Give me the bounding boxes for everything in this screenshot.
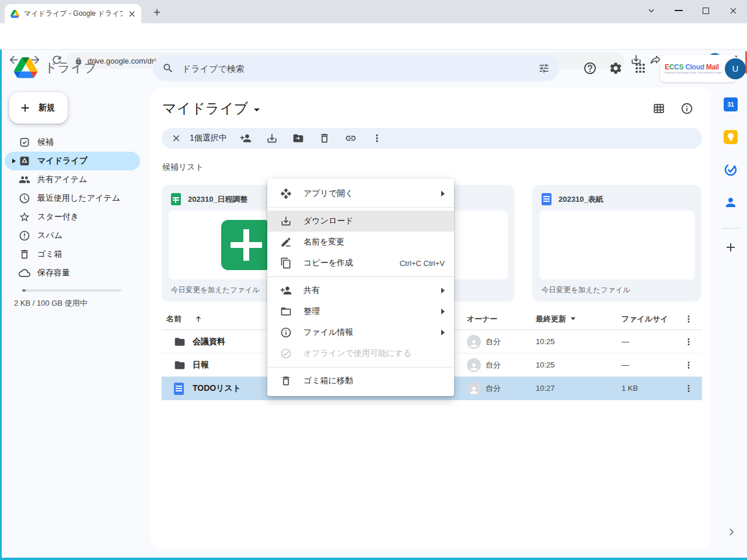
sort-ascending-icon[interactable] — [194, 315, 203, 323]
trash-icon — [280, 375, 292, 387]
row-more-icon[interactable] — [683, 383, 694, 394]
column-name[interactable]: 名前 — [166, 308, 203, 330]
file-size: — — [622, 337, 629, 346]
account-card[interactable]: ECCS Cloud Mail Information Technology C… — [660, 55, 736, 82]
download-selection-icon[interactable] — [266, 132, 278, 144]
people-icon — [19, 174, 30, 186]
menu-item-move-to-trash[interactable]: ゴミ箱に移動 — [267, 370, 454, 391]
window-maximize-button[interactable] — [692, 0, 720, 21]
owner-avatar — [467, 382, 481, 396]
settings-gear-icon[interactable] — [609, 61, 623, 75]
menu-item-offline: オフラインで使用可能にする — [267, 343, 454, 364]
menu-item-label: ダウンロード — [303, 216, 354, 226]
search-filter-icon[interactable] — [538, 62, 550, 74]
suggestion-card-doc[interactable]: 202310_表紙 今日変更を加えたファイル — [532, 185, 701, 302]
card-thumbnail — [539, 211, 694, 279]
tab-search-chevron-icon[interactable] — [637, 0, 665, 21]
page-title[interactable]: マイドライブ — [162, 99, 260, 118]
info-icon[interactable] — [680, 102, 693, 115]
search-icon — [162, 62, 174, 74]
plus-icon — [19, 102, 32, 114]
card-note: 今日変更を加えたファイル — [171, 285, 260, 295]
calendar-icon[interactable]: 31 — [724, 97, 738, 111]
new-tab-button[interactable] — [152, 7, 162, 18]
sidebar-item-label: スター付き — [37, 212, 79, 222]
browser-tab[interactable]: マイドライブ - Google ドライブ — [5, 4, 141, 23]
submenu-arrow-icon — [441, 309, 445, 314]
window-minimize-button[interactable] — [665, 0, 692, 21]
column-options[interactable] — [683, 308, 694, 330]
tab-close-icon[interactable] — [127, 9, 137, 19]
more-icon[interactable] — [683, 314, 694, 324]
search-input[interactable] — [182, 64, 530, 74]
column-modified-label: 最終更新 — [536, 314, 566, 324]
account-avatar[interactable]: U — [725, 58, 746, 79]
calendar-day: 31 — [727, 102, 734, 108]
menu-item-open-with[interactable]: アプリで開く — [267, 183, 454, 204]
share-person-add-icon[interactable] — [240, 132, 252, 144]
column-modified[interactable]: 最終更新 — [536, 308, 575, 330]
sidebar-item-label: マイドライブ — [37, 156, 88, 166]
help-icon[interactable] — [583, 61, 597, 75]
side-panel-expand-chevron-icon[interactable] — [726, 527, 736, 537]
apps-grid-icon[interactable] — [633, 61, 647, 75]
sort-descending-icon[interactable] — [571, 317, 575, 320]
side-panel-divider — [722, 228, 739, 229]
menu-divider — [267, 207, 454, 208]
menu-item-label: ゴミ箱に移動 — [303, 376, 353, 386]
sidebar-item-label: 候補 — [37, 137, 54, 148]
menu-item-organize[interactable]: 整理 — [267, 301, 454, 322]
drive-logo-icon — [14, 57, 37, 78]
side-panel-add-icon[interactable] — [724, 240, 738, 254]
card-title: 202310_日程調整 — [188, 194, 248, 205]
row-more-icon[interactable] — [683, 337, 694, 347]
trash-selection-icon[interactable] — [319, 132, 330, 144]
sheets-file-icon — [171, 193, 181, 205]
sidebar-item-suggested[interactable]: 候補 — [5, 133, 140, 152]
menu-item-rename[interactable]: 名前を変更 — [267, 232, 454, 253]
sidebar-item-trash[interactable]: ゴミ箱 — [5, 245, 140, 264]
sidebar-item-storage[interactable]: 保存容量 — [5, 264, 140, 282]
clear-selection-icon[interactable] — [171, 133, 181, 144]
expand-arrow-icon[interactable] — [12, 159, 16, 163]
submenu-arrow-icon — [441, 330, 445, 335]
menu-item-make-copy[interactable]: コピーを作成 Ctrl+C Ctrl+V — [267, 253, 454, 274]
selection-count: 1個選択中 — [190, 133, 227, 144]
sidebar-item-label: 共有アイテム — [37, 174, 87, 185]
share-icon[interactable] — [650, 54, 661, 65]
column-name-label: 名前 — [166, 314, 181, 324]
tasks-icon[interactable] — [724, 163, 738, 177]
sidebar-item-my-drive[interactable]: マイドライブ — [5, 152, 140, 170]
sidebar-item-starred[interactable]: スター付き — [5, 208, 140, 226]
menu-item-label: 共有 — [303, 285, 320, 296]
brand-word: Cloud — [683, 63, 706, 71]
file-size: 1 KB — [622, 384, 638, 393]
keep-icon[interactable] — [724, 130, 738, 144]
sidebar-nav: 候補 マイドライブ 共有アイテム 最近使用したアイテム スター付き スパム — [5, 133, 140, 282]
drive-logo: ドライブ — [14, 57, 97, 78]
grid-view-icon[interactable] — [652, 102, 665, 115]
title-dropdown-icon[interactable] — [254, 108, 260, 111]
screen: マイドライブ - Google ドライブ drive.google.com/dr… — [0, 0, 747, 560]
menu-item-file-info[interactable]: ファイル情報 — [267, 322, 454, 343]
column-size[interactable]: ファイルサイ — [622, 308, 668, 330]
window-close-button[interactable] — [720, 0, 747, 21]
sidebar-item-recent[interactable]: 最近使用したアイテム — [5, 189, 140, 208]
sidebar-item-label: ゴミ箱 — [37, 249, 62, 260]
menu-item-share[interactable]: 共有 — [267, 280, 454, 301]
storage-progress-fill — [22, 289, 26, 292]
card-title: 202310_表紙 — [558, 194, 603, 205]
column-owner[interactable]: オーナー — [467, 308, 498, 330]
sidebar-item-spam[interactable]: スパム — [5, 226, 140, 245]
contacts-icon[interactable] — [724, 195, 738, 209]
copy-link-icon[interactable] — [345, 132, 357, 144]
new-button[interactable]: 新規 — [9, 92, 68, 124]
move-to-folder-icon[interactable] — [292, 132, 304, 144]
sidebar-item-shared[interactable]: 共有アイテム — [5, 170, 140, 189]
drive-search-bar[interactable] — [153, 55, 559, 81]
owner-name: 自分 — [486, 383, 501, 394]
row-more-icon[interactable] — [683, 360, 694, 370]
menu-item-download[interactable]: ダウンロード — [267, 211, 454, 232]
info-icon — [280, 327, 292, 338]
more-actions-icon[interactable] — [371, 132, 383, 144]
